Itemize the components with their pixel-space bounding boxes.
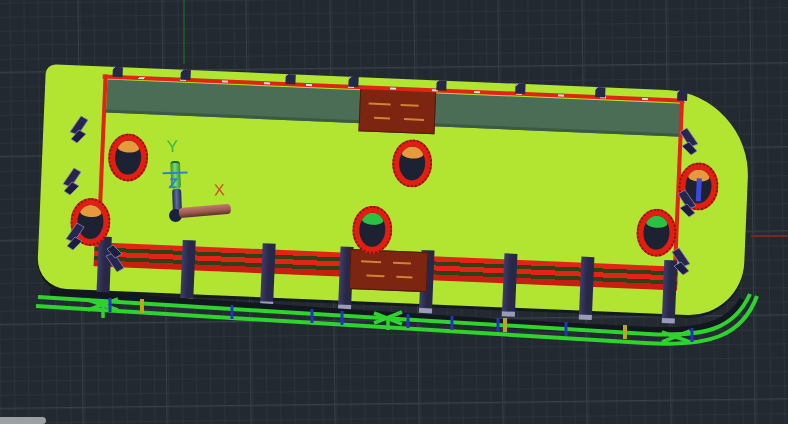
hatch-streak [366,275,384,278]
hscrollbar-thumb[interactable] [0,417,46,424]
top-post[interactable] [285,74,295,84]
top-post[interactable] [180,70,190,80]
top-post[interactable] [677,90,687,100]
ucs-y-axis-label: Y [166,137,178,157]
ucs-x-axis-label: X [214,181,225,199]
hatch-streak [401,104,419,107]
hole-sliver-orange [401,146,423,159]
hole-interior [398,146,425,181]
viewport-canvas[interactable]: Y Z X [0,0,788,424]
hole-sliver-green [362,212,384,225]
bottom-post[interactable] [662,260,678,323]
top-post[interactable] [436,80,446,90]
deck-assembly [37,64,752,317]
hatch-streak [369,103,391,106]
hatch-streak [404,118,424,121]
hole-interior [643,215,670,250]
hole-sliver-orange [80,205,102,218]
bottom-post[interactable] [96,236,112,299]
hatch-streak [396,276,412,279]
hatch-streak [361,260,381,263]
hole-interior [77,204,104,239]
hole-sliver-green [646,215,668,228]
hole-sliver-orange [117,140,139,153]
hole-interior [685,169,712,204]
bottom-post[interactable] [180,240,196,303]
top-post[interactable] [348,77,358,87]
bottom-post[interactable] [260,243,276,306]
ucs-x-axis-arm [179,204,232,218]
x-axis-line [751,235,788,237]
ucs-icon[interactable]: Y Z X [150,136,253,234]
hatch-panel-top[interactable] [358,87,436,134]
hole-pipe [696,178,702,201]
top-post[interactable] [595,87,605,97]
y-axis-line [183,0,185,64]
top-post[interactable] [113,67,123,77]
hatch-streak [393,262,411,265]
hole-interior [359,212,386,247]
bottom-post[interactable] [502,253,518,316]
hatch-streak [374,117,390,120]
hole-interior [114,140,141,175]
hatch-panel-gate[interactable] [349,249,429,292]
bottom-post[interactable] [579,257,595,320]
top-post[interactable] [515,84,525,94]
